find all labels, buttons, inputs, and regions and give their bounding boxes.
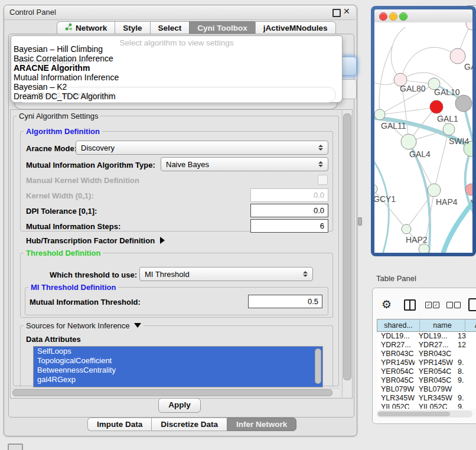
mi-steps-label: Mutual Information Steps: — [26, 222, 120, 231]
tab-cyni-toolbox[interactable]: Cyni Toolbox — [189, 21, 255, 34]
algorithm-definition-title: Algorithm Definition — [24, 128, 102, 135]
column-header-shared[interactable]: shared... — [377, 319, 420, 331]
node-label: GAL — [464, 62, 472, 71]
stepper-icon — [301, 271, 312, 277]
checked-checkbox-icon[interactable]: ✓ — [433, 302, 439, 308]
aracne-mode-label: Aracne Mode: — [26, 144, 77, 153]
collapsed-arrow-icon — [160, 237, 165, 244]
which-threshold-select[interactable]: MI Threshold — [139, 267, 313, 281]
kernel-width-field[interactable]: 0.0 — [250, 188, 328, 202]
column-header-name[interactable]: name — [420, 319, 465, 331]
hub-definition-toggle[interactable]: Hub/Transcription Factor Definition — [26, 236, 165, 245]
control-panel-tabs: Network Style Select Cyni Toolbox jActiv… — [57, 21, 336, 34]
document-icon[interactable] — [468, 298, 476, 311]
zoom-traffic-light[interactable] — [399, 12, 407, 21]
minimize-traffic-light[interactable] — [389, 12, 397, 21]
table-row[interactable]: YBL079W YBL079W — [377, 385, 476, 394]
aracne-mode-select[interactable]: Discovery — [76, 141, 328, 155]
apply-button[interactable]: Apply — [158, 398, 201, 413]
float-window-icon[interactable] — [332, 9, 341, 17]
vertical-scrollbar-thumb[interactable] — [343, 113, 351, 380]
node-hap4[interactable] — [428, 184, 441, 197]
node-selected-red[interactable] — [430, 100, 443, 113]
horizontal-scrollbar-thumb[interactable] — [12, 389, 332, 396]
expanded-arrow-icon — [134, 323, 141, 328]
tab-infer-network[interactable]: Infer Network — [227, 418, 296, 431]
checked-checkbox-icon[interactable]: ✓ — [425, 302, 432, 308]
algorithm-menu-item[interactable]: Dream8 DC_TDC Algorithm — [11, 92, 342, 101]
which-threshold-label: Which threshold to use: — [50, 270, 137, 279]
close-traffic-light[interactable] — [379, 12, 387, 21]
mi-type-label: Mutual Information Algorithm Type: — [26, 161, 155, 169]
node-hap2[interactable] — [402, 224, 411, 234]
control-panel-titlebar — [4, 5, 356, 20]
manual-kernel-checkbox[interactable] — [318, 175, 328, 185]
algorithm-dropdown-popup: Inference Algorithm gal-filtered.sif def… — [11, 35, 343, 103]
node-gal1[interactable] — [443, 123, 455, 135]
table-header-row: shared... name A — [377, 319, 476, 332]
close-icon[interactable]: ✕ — [343, 6, 350, 16]
node-label: GAL10 — [434, 87, 460, 97]
attribute-list-item[interactable]: gal4RGexp — [34, 375, 322, 384]
node-label: GAL80 — [400, 84, 426, 93]
node-gcy1[interactable] — [374, 184, 377, 194]
table-body: YDL19... YDL19... 13 YDR27... YDR27... 1… — [377, 332, 476, 409]
table-row[interactable]: YBR045C YBR045C 9. — [377, 376, 476, 385]
node-label: Y — [470, 198, 472, 207]
mi-steps-field[interactable]: 6 — [250, 219, 328, 233]
list-scrollbar-thumb[interactable] — [315, 348, 321, 384]
dpi-tolerance-field[interactable]: 0.0 — [250, 204, 328, 217]
algorithm-menu-item[interactable]: Bayesian – Hill Climbing — [11, 44, 342, 54]
table-row[interactable]: YBR043C YBR043C — [377, 350, 476, 358]
tab-jactivemnodules[interactable]: jActiveMNodules — [255, 21, 336, 34]
node-gal11[interactable] — [374, 109, 385, 120]
tab-style[interactable]: Style — [115, 21, 149, 34]
algorithm-menu-item[interactable]: Mutual Information Inference — [11, 73, 342, 82]
table-row[interactable]: YER054C YER054C 8. — [377, 367, 476, 376]
mi-threshold-group-title: MI Threshold Definition — [28, 283, 118, 291]
node-bottom[interactable] — [419, 244, 429, 253]
gear-icon[interactable]: ⚙ — [382, 298, 392, 311]
node-label: HAP2 — [406, 235, 428, 244]
table-row[interactable]: YDR27... YDR27... 12 — [377, 341, 476, 350]
node-gal4[interactable] — [401, 134, 416, 149]
attribute-list-item[interactable]: TopologicalCoefficient — [34, 356, 322, 366]
unchecked-checkbox-icon[interactable] — [454, 302, 461, 308]
split-columns-icon[interactable] — [404, 299, 416, 311]
network-window-titlebar — [374, 9, 472, 22]
stepper-icon — [316, 145, 328, 151]
network-canvas[interactable]: GAL GAL80 GAL10 GAL11 GAL1 SWI4 GAL4 GCY… — [374, 22, 472, 253]
mi-threshold-field[interactable]: 0.5 — [248, 295, 322, 308]
algorithm-menu-item[interactable]: Bayesian – K2 — [11, 82, 342, 92]
tab-discretize-data[interactable]: Discretize Data — [151, 418, 227, 431]
minimized-panel-icon[interactable] — [8, 444, 23, 450]
table-row[interactable]: YPR145W YPR145W 9. — [377, 358, 476, 367]
data-attributes-list: SelfLoops TopologicalCoefficient Between… — [33, 346, 323, 387]
screenshot-root: Control Panel ✕ Network Style Select Cyn… — [0, 0, 476, 450]
tab-network[interactable]: Network — [57, 21, 115, 34]
table-row[interactable]: YDL19... YDL19... 13 — [377, 332, 476, 341]
table-row[interactable]: YLR345W YLR345W 9. — [377, 394, 476, 403]
node-unnamed-top[interactable] — [466, 22, 472, 30]
node-gal[interactable] — [450, 48, 465, 64]
table-horizontal-scrollbar-thumb[interactable] — [378, 412, 450, 416]
panel-divider-handle[interactable] — [358, 217, 362, 226]
node-label: GAL1 — [437, 114, 458, 123]
tab-select[interactable]: Select — [150, 21, 190, 34]
table-row[interactable]: YIL052C YIL052C 9. — [377, 403, 476, 409]
attribute-list-item[interactable]: BetweennessCentrality — [34, 366, 322, 375]
mi-type-select[interactable]: Naive Bayes — [161, 157, 328, 171]
node-label: HAP4 — [436, 197, 458, 207]
sources-group-title[interactable]: Sources for Network Inference — [24, 322, 144, 330]
threshold-definition-title: Threshold Definition — [24, 249, 103, 257]
mi-threshold-label: Mutual Information Threshold: — [30, 298, 141, 306]
node-label: GAL11 — [381, 121, 406, 131]
unchecked-checkbox-icon[interactable] — [446, 302, 453, 308]
algorithm-menu-item[interactable]: ARACNE Algorithm — [11, 63, 342, 73]
attribute-list-item[interactable]: SelfLoops — [34, 347, 322, 356]
algorithm-menu-item[interactable]: Basic Correlation Inference — [11, 54, 342, 63]
node-gray[interactable] — [455, 95, 472, 112]
column-header-partial[interactable]: A — [465, 319, 476, 331]
table-panel-title: Table Panel — [376, 274, 416, 283]
tab-impute-data[interactable]: Impute Data — [87, 418, 151, 431]
